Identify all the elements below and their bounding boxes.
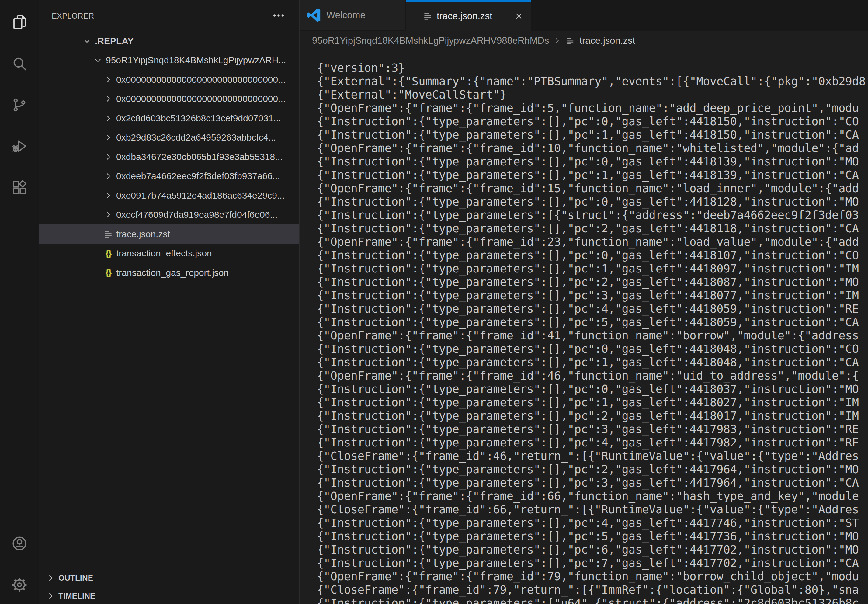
chevron-right-icon [104,210,113,220]
code-line: {"Instruction":{"type_parameters":[],"pc… [317,316,868,329]
code-line: {"Instruction":{"type_parameters":[],"pc… [317,463,868,476]
tree-item-folder[interactable]: 95oR1YipjSnqd18K4BMshkLgPijypwzARH... [39,51,299,70]
section-outline[interactable]: OUTLINE [39,568,299,587]
tree-item-label: transaction_effects.json [116,248,218,259]
search-activity-button[interactable] [0,43,39,84]
code-line: {"Instruction":{"type_parameters":[],"pc… [317,423,868,436]
tree-item-folder[interactable]: 0x000000000000000000000000000000... [39,90,299,109]
code-line: {"OpenFrame":{"frame":{"frame_id":66,"fu… [317,489,868,503]
code-line: {"Instruction":{"type_parameters":[],"pc… [317,155,868,169]
code-line: {"Instruction":{"type_parameters":[],"pc… [317,342,868,356]
code-line: {"Instruction":{"type_parameters":[],"pc… [317,169,868,182]
extensions-activity-button[interactable] [0,167,39,208]
code-line: {"Instruction":{"type_parameters":[],"pc… [317,396,868,409]
code-line: {"Instruction":{"type_parameters":[],"pc… [317,356,868,369]
chevron-right-icon [104,152,113,162]
chevron-right-icon [104,113,113,123]
tree-item-label: 0x000000000000000000000000000000... [116,74,292,85]
breadcrumb-folder[interactable]: 95oR1YipjSnqd18K4BMshkLgPijypwzARHV988eR… [312,35,549,46]
tree-item-folder[interactable]: 0x000000000000000000000000000000... [39,70,299,90]
account-icon [11,535,28,552]
activity-bar-bottom [0,523,39,604]
editor-content[interactable]: {"version":3}{"External":{"Summary":{"na… [317,62,868,604]
code-line: {"External":"MoveCallStart"} [317,88,868,102]
code-line: {"Instruction":{"type_parameters":[],"pc… [317,556,868,570]
sidebar-header: EXPLORER [39,0,299,32]
code-line: {"Instruction":{"type_parameters":[],"pc… [317,530,868,543]
tree-item-label: 0x2c8d603bc51326b8c13cef9dd07031... [116,113,287,124]
chevron-right-icon [104,94,113,104]
tree-item-label: 0xecf47609d7da919ea98e7fd04f6e06... [116,209,284,220]
chevron-right-small-icon [553,37,561,45]
tree-item-folder[interactable]: .REPLAY [39,31,299,51]
code-line: {"OpenFrame":{"frame":{"frame_id":23,"fu… [317,235,868,249]
section-label: TIMELINE [58,591,95,601]
code-line: {"OpenFrame":{"frame":{"frame_id":41,"fu… [317,329,868,342]
vscode-window: EXPLORER .REPLAY95oR1YipjSnqd18K4BMshkLg… [0,0,868,604]
code-line: {"OpenFrame":{"frame":{"frame_id":5,"fun… [317,102,868,115]
breadcrumb: 95oR1YipjSnqd18K4BMshkLgPijypwzARHV988eR… [312,31,635,51]
tree-item-folder[interactable]: 0xdeeb7a4662eec9f2f3def03fb937a66... [39,167,299,186]
tree-item-folder[interactable]: 0xb29d83c26cdd2a64959263abbcfc4... [39,128,299,147]
code-line: {"Instruction":{"type_parameters":[],"pc… [317,516,868,530]
section-label: OUTLINE [58,573,93,583]
source-control-activity-button[interactable] [0,84,39,125]
activity-bar-top [0,2,39,208]
code-line: {"Instruction":{"type_parameters":[],"pc… [317,543,868,556]
activity-bar [0,0,39,604]
tab-label: trace.json.zst [437,11,492,22]
code-line: {"CloseFrame":{"frame_id":46,"return_":[… [317,449,868,463]
tab-trace-json-zst[interactable]: trace.json.zst [406,0,531,31]
code-line: {"Instruction":{"type_parameters":[],"pc… [317,476,868,489]
tree-item-file[interactable]: {}transaction_effects.json [39,244,299,263]
source-control-icon [11,97,28,113]
run-debug-activity-button[interactable] [0,125,39,167]
explorer-sidebar: EXPLORER .REPLAY95oR1YipjSnqd18K4BMshkLg… [39,0,299,604]
chevron-right-icon [104,171,113,181]
tree-item-folder[interactable]: 0xe0917b74a5912e4ad186ac634e29c9... [39,186,299,205]
code-line: {"OpenFrame":{"frame":{"frame_id":46,"fu… [317,369,868,383]
sidebar-title: EXPLORER [52,12,271,20]
code-line: {"CloseFrame":{"frame_id":79,"return_":[… [317,583,868,597]
tab-welcome[interactable]: Welcome [300,0,405,30]
tree-item-folder[interactable]: 0xdba34672e30cb065b1f93e3ab55318... [39,147,299,167]
extensions-icon [11,180,28,196]
code-line: {"Instruction":{"type_parameters":[],"pc… [317,383,868,396]
tree-item-label: trace.json.zst [116,229,176,239]
more-actions-button[interactable] [271,12,286,20]
code-line: {"Instruction":{"type_parameters":[],"pc… [317,129,868,142]
code-line: {"OpenFrame":{"frame":{"frame_id":15,"fu… [317,182,868,195]
code-line: {"Instruction":{"type_parameters":[],"pc… [317,289,868,302]
close-tab-button[interactable] [514,11,524,21]
code-line: {"version":3} [317,62,868,75]
tree-item-label: .REPLAY [95,36,140,46]
json-file-icon: {} [104,248,113,259]
chevron-right-icon [104,133,113,142]
settings-button[interactable] [0,564,39,604]
explorer-activity-button[interactable] [0,2,39,43]
file-lines-icon [423,11,432,21]
tab-label: Welcome [326,10,366,21]
tree-item-file[interactable]: trace.json.zst [39,225,299,244]
tree-item-folder[interactable]: 0x2c8d603bc51326b8c13cef9dd07031... [39,108,299,128]
code-line: {"Instruction":{"type_parameters":[{"str… [317,209,868,222]
files-icon [11,14,28,30]
tree-item-label: 0xdba34672e30cb065b1f93e3ab55318... [116,152,288,162]
tree-item-file[interactable]: {}transaction_gas_report.json [39,263,299,283]
chevron-down-icon [93,55,103,65]
tab-bar: Welcome trace.json.zst [299,0,868,31]
breadcrumb-file[interactable]: trace.json.zst [580,35,635,46]
chevron-right-icon [104,75,113,85]
code-line: {"Instruction":{"type_parameters":[],"pc… [317,249,868,262]
tree-item-folder[interactable]: 0xecf47609d7da919ea98e7fd04f6e06... [39,205,299,225]
tree-item-label: 95oR1YipjSnqd18K4BMshkLgPijypwzARH... [106,55,292,65]
file-tree: .REPLAY95oR1YipjSnqd18K4BMshkLgPijypwzAR… [39,31,299,283]
tree-item-label: transaction_gas_report.json [116,268,235,278]
tree-item-label: 0x000000000000000000000000000000... [116,94,292,104]
ellipsis-icon [273,13,285,18]
json-file-icon: {} [104,268,113,278]
account-button[interactable] [0,523,39,564]
code-line: {"Instruction":{"type_parameters":[],"pc… [317,195,868,209]
code-line: {"OpenFrame":{"frame":{"frame_id":10,"fu… [317,142,868,155]
section-timeline[interactable]: TIMELINE [39,587,299,604]
